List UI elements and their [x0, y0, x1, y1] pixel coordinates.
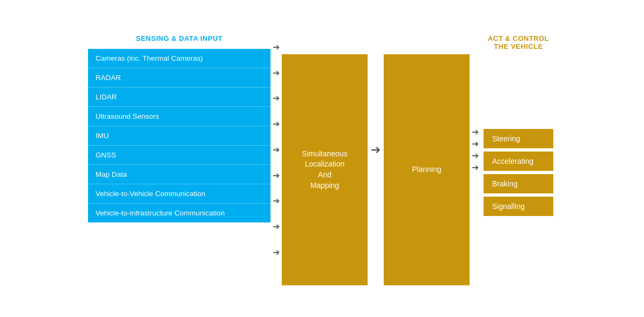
slam-to-planning-arrow: ➔	[371, 143, 380, 157]
output-box-1: Accelerating	[484, 152, 553, 171]
sensing-arrow-2: ➔	[273, 94, 280, 103]
sensing-arrow-7: ➔	[273, 222, 280, 231]
sensing-arrow-1: ➔	[273, 69, 280, 77]
output-arrow-2: ➔	[472, 152, 479, 160]
output-arrow-3: ➔	[472, 163, 479, 172]
slam-label: Simultaneous Localization And Mapping	[302, 149, 348, 191]
sensor-item-5: GNSS	[88, 146, 270, 165]
sensing-header: SENSING & DATA INPUT	[136, 34, 222, 42]
output-box-0: Steering	[484, 129, 553, 148]
sensing-arrow-4: ➔	[273, 146, 280, 154]
sensing-arrow-0: ➔	[273, 43, 280, 52]
sensing-arrow-8: ➔	[273, 248, 280, 257]
sensing-arrow-3: ➔	[273, 120, 280, 128]
output-box-2: Braking	[484, 174, 553, 193]
sensor-item-3: Ultrasound Sensors	[88, 107, 270, 126]
output-group: SteeringAcceleratingBrakingSignalling	[484, 57, 553, 288]
sensor-item-6: Map Data	[88, 165, 270, 184]
slam-column: Simultaneous Localization And Mapping	[282, 34, 368, 285]
output-arrow-0: ➔	[472, 128, 479, 136]
sensor-item-4: IMU	[88, 126, 270, 146]
act-header: ACT & CONTROL THE VEHICLE	[481, 34, 556, 51]
planning-column: Planning	[384, 34, 470, 285]
sensing-arrow-6: ➔	[273, 197, 280, 205]
diagram-container: SENSING & DATA INPUT Cameras (inc. Therm…	[27, 29, 617, 288]
output-box-3: Signalling	[484, 197, 553, 216]
sensor-item-7: Vehicle-to-Vehicle Communication	[88, 184, 270, 204]
output-arrow-1: ➔	[472, 140, 479, 148]
slam-box: Simultaneous Localization And Mapping	[282, 54, 368, 285]
sensor-item-8: Vehicle-to-Infrastructure Communication	[88, 204, 270, 222]
sensor-item-0: Cameras (inc. Thermal Cameras)	[88, 49, 270, 68]
act-column: ACT & CONTROL THE VEHICLE SteeringAccele…	[481, 34, 556, 288]
planning-label: Planning	[412, 164, 442, 175]
slam-to-planning-arrow-col: ➔	[371, 34, 380, 265]
sensing-arrow-5: ➔	[273, 171, 280, 180]
arrows-output-group: ➔➔➔➔	[472, 34, 479, 265]
sensor-item-2: LIDAR	[88, 88, 270, 107]
sensing-block: Cameras (inc. Thermal Cameras)RADARLIDAR…	[88, 49, 270, 222]
arrows-sensing-group: ➔➔➔➔➔➔➔➔➔	[273, 34, 280, 265]
sensor-item-1: RADAR	[88, 68, 270, 88]
sensing-column: SENSING & DATA INPUT Cameras (inc. Therm…	[88, 34, 270, 222]
planning-box: Planning	[384, 54, 470, 285]
